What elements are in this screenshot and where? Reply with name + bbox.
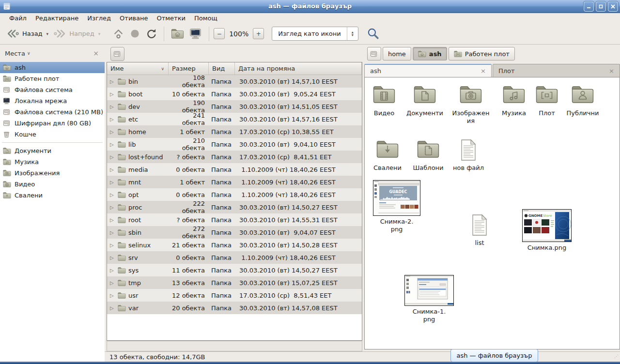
expander-icon[interactable] [110, 117, 115, 122]
maximize-button[interactable] [596, 1, 606, 12]
icon-templates[interactable]: Шаблони [408, 137, 449, 172]
back-button[interactable]: Назад ▾ [4, 26, 51, 42]
menu-help[interactable]: Помощ [190, 13, 222, 23]
icon-images[interactable]: Изображения [450, 82, 491, 124]
zoom-out-button[interactable]: − [214, 28, 225, 39]
sidebar-item-documents[interactable]: Документи [0, 145, 105, 156]
tab-close-icon[interactable] [609, 67, 614, 75]
breadcrumb-home[interactable]: home [383, 47, 411, 61]
places-header[interactable]: Места [0, 46, 105, 61]
tree-column-header-1[interactable]: Размер [169, 62, 209, 75]
places-close-icon[interactable] [93, 49, 99, 57]
search-button[interactable] [365, 26, 382, 42]
tree-column-header-3[interactable]: Дата на промяна [235, 62, 362, 75]
sidebar-item-local-network[interactable]: Локална мрежа [0, 95, 105, 106]
expander-icon[interactable] [110, 243, 115, 248]
close-button[interactable] [608, 1, 618, 12]
expander-icon[interactable] [110, 268, 115, 273]
tree-row-lib[interactable]: lib210 обектаПапка30.03.2010 (вт) 9,04,1… [107, 138, 362, 151]
expander-icon[interactable] [110, 91, 115, 97]
tree-row-var[interactable]: var20 обектаПапка30.03.2010 (вт) 14,57,0… [107, 302, 362, 314]
expander-icon[interactable] [110, 79, 115, 84]
menu-go[interactable]: Отиване [115, 13, 152, 23]
expander-icon[interactable] [110, 154, 115, 160]
tree-row-sys[interactable]: sys11 обектаПапка30.03.2010 (вт) 14,50,2… [107, 264, 362, 276]
home-button[interactable] [169, 26, 186, 42]
expander-icon[interactable] [110, 180, 115, 185]
tree-pane-scrollbar[interactable] [107, 341, 362, 351]
places-dropdown-icon[interactable] [27, 51, 31, 56]
menu-edit[interactable]: Редактиране [31, 13, 83, 23]
menu-bookmarks[interactable]: Отметки [152, 13, 189, 23]
zoom-in-button[interactable]: + [253, 28, 264, 39]
tab-plot[interactable]: Плот [493, 64, 620, 77]
tree-row-srv[interactable]: srv0 обектаПапка 1.10.2009 (чт) 18,40,26… [107, 251, 362, 264]
icon-desktop[interactable]: Плот [527, 82, 567, 117]
sidebar-item-encrypted-80gb[interactable]: Шифриран дял (80 GB) [0, 118, 105, 129]
sidebar-item-ash[interactable]: ash [0, 62, 105, 73]
reload-button[interactable] [143, 27, 159, 41]
tree-row-lost+found[interactable]: lost+found? обектаПапка17.03.2010 (ср) 8… [107, 151, 362, 163]
tree-row-opt[interactable]: opt0 обектаПапка 1.10.2009 (чт) 18,40,26… [107, 188, 362, 201]
expander-icon[interactable] [110, 129, 115, 135]
icon-public[interactable]: Публични [562, 82, 603, 117]
icon-new-file[interactable]: нов файл [448, 137, 489, 172]
view-mode-select[interactable]: Изглед като икони [272, 27, 358, 41]
sidebar-item-music[interactable]: Музика [0, 156, 105, 167]
back-dropdown-icon[interactable]: ▾ [46, 31, 49, 36]
tree-row-boot[interactable]: boot10 обектаПапка30.03.2010 (вт) 9,05,2… [107, 88, 362, 100]
expander-icon[interactable] [110, 192, 115, 197]
expander-icon[interactable] [110, 305, 115, 311]
tree-row-sbin[interactable]: sbin272 обектаПапка30.03.2010 (вт) 9,04,… [107, 226, 362, 239]
sidebar-item-video[interactable]: Видео [0, 179, 105, 190]
tree-column-header-0[interactable]: Име [107, 62, 169, 75]
expander-icon[interactable] [110, 255, 115, 260]
icon-video[interactable]: Видео [364, 82, 404, 117]
expander-icon[interactable] [110, 167, 115, 172]
tree-pane-root-button[interactable] [110, 47, 124, 61]
sidebar-item-trash[interactable]: Кошче [0, 129, 105, 140]
sidebar-item-images[interactable]: Изображения [0, 167, 105, 179]
sidebar-item-downloads[interactable]: Свалени [0, 190, 105, 201]
breadcrumb-desktop[interactable]: Работен плот [449, 47, 515, 61]
tree-row-tmp[interactable]: tmp13 обектаПапка30.03.2010 (вт) 15,07,2… [107, 276, 362, 289]
stop-button[interactable] [127, 27, 143, 41]
menu-view[interactable]: Изглед [83, 13, 115, 23]
expander-icon[interactable] [110, 230, 115, 235]
tree-row-proc[interactable]: proc222 обектаПапка30.03.2010 (вт) 14,50… [107, 201, 362, 213]
expander-icon[interactable] [110, 217, 115, 223]
tree-row-bin[interactable]: bin108 обектаПапка30.03.2010 (вт) 14,57,… [107, 75, 362, 88]
sidebar-item-desktop[interactable]: Работен плот [0, 73, 105, 84]
icon-documents[interactable]: Документи [404, 82, 445, 117]
tab-ash[interactable]: ash [364, 64, 492, 77]
resize-grip[interactable]: ⋰ [614, 354, 619, 359]
tree-column-header-2[interactable]: Вид [209, 62, 235, 75]
expander-icon[interactable] [110, 280, 115, 286]
expander-icon[interactable] [110, 104, 115, 109]
breadcrumb-ash[interactable]: ash [413, 47, 447, 61]
computer-button[interactable] [186, 26, 204, 42]
breadcrumb-root[interactable] [367, 47, 381, 61]
tree-row-etc[interactable]: etc241 обектаПапка30.03.2010 (вт) 14,57,… [107, 113, 362, 125]
tree-row-dev[interactable]: dev190 обектаПапка30.03.2010 (вт) 14,51,… [107, 100, 362, 113]
tree-row-home[interactable]: home1 обектПапка17.03.2010 (ср) 10,38,55… [107, 125, 362, 138]
tree-row-mnt[interactable]: mnt1 обектПапка 1.10.2009 (чт) 18,40,26 … [107, 176, 362, 188]
forward-button[interactable]: Напред ▾ [51, 26, 103, 42]
expander-icon[interactable] [110, 293, 115, 298]
minimize-button[interactable] [584, 1, 594, 12]
icon-list[interactable]: list [459, 212, 500, 247]
up-button[interactable] [109, 26, 127, 42]
icon-snimka-1[interactable]: Снимка-1.png [404, 275, 454, 323]
titlebar[interactable]: ash — файлов браузър [0, 0, 620, 13]
tree-row-root[interactable]: root? обектаПапка30.03.2010 (вт) 14,55,3… [107, 213, 362, 226]
expander-icon[interactable] [110, 205, 115, 210]
tree-row-media[interactable]: media0 обектаПапка 1.10.2009 (чт) 18,40,… [107, 163, 362, 176]
sidebar-item-filesystem-210mb[interactable]: Файлова система (210 MB) [0, 106, 105, 118]
tree-row-usr[interactable]: usr12 обектаПапка17.03.2010 (ср) 8,51,43… [107, 289, 362, 302]
icon-snimka-2[interactable]: GUADECСнимка-2.png [373, 180, 420, 233]
icon-downloads[interactable]: Свалени [367, 137, 408, 172]
menu-file[interactable]: Файл [5, 13, 31, 23]
view-mode-spinner[interactable] [347, 27, 358, 40]
taskbar-window-button[interactable]: ash — файлов браузър [450, 349, 538, 362]
sidebar-item-filesystem[interactable]: Файлова система [0, 84, 105, 95]
